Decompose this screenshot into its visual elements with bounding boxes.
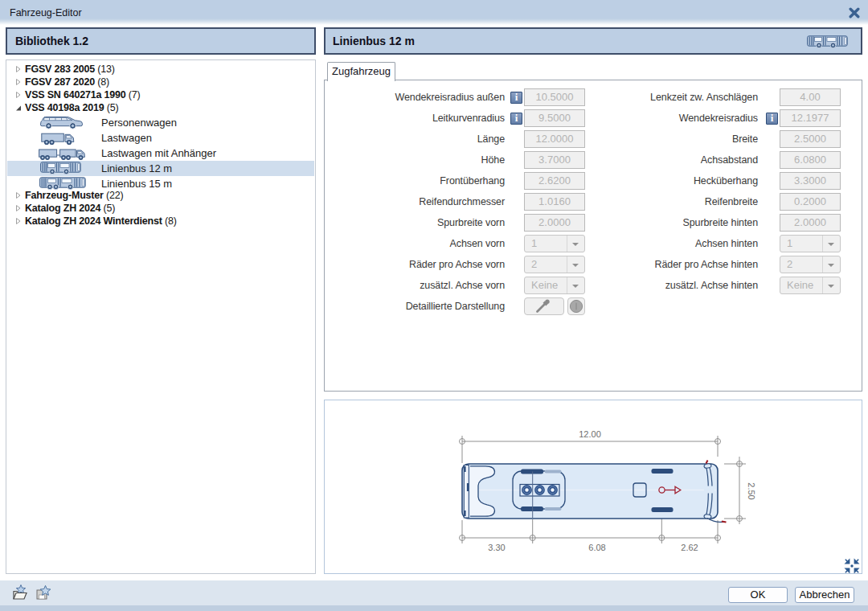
svg-text:2.62: 2.62	[681, 543, 698, 552]
svg-text:2.50: 2.50	[747, 482, 756, 499]
svg-text:6.08: 6.08	[588, 543, 605, 552]
svg-text:12.00: 12.00	[579, 429, 601, 439]
svg-text:3.30: 3.30	[488, 543, 505, 552]
